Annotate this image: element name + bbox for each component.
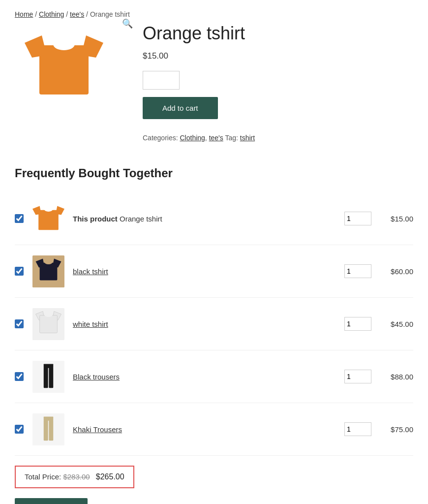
fbt-thumb-black-tshirt	[31, 254, 65, 288]
fbt-black-trousers-link[interactable]: Black trousers	[73, 373, 120, 381]
product-section: 🔍 Orange tshirt $15.00 ▲ ▼ Add to cart C…	[15, 18, 413, 142]
fbt-section: Frequently Bought Together This product …	[15, 166, 413, 504]
total-price-label: Total Price:	[25, 472, 61, 481]
zoom-icon[interactable]: 🔍	[122, 18, 133, 29]
svg-rect-2	[39, 45, 89, 94]
breadcrumb: Home / Clothing / tee's / Orange tshirt	[15, 10, 413, 18]
breadcrumb-sep-1: /	[35, 10, 39, 18]
fbt-price-orange-tshirt: $15.00	[379, 215, 413, 223]
fbt-price-black-tshirt: $60.00	[379, 267, 413, 276]
product-title: Orange tshirt	[143, 23, 413, 44]
total-price-box: Total Price: $283.00 $265.00	[15, 466, 134, 488]
add-all-to-cart-button[interactable]: Add all to cart	[15, 498, 88, 504]
svg-point-12	[44, 260, 52, 264]
product-image-container: 🔍	[15, 18, 113, 117]
fbt-qty-white-tshirt[interactable]	[344, 317, 371, 331]
fbt-qty-khaki-trousers[interactable]	[344, 422, 371, 436]
fbt-qty-black-trousers[interactable]	[344, 370, 371, 383]
fbt-checkbox-black-tshirt[interactable]	[15, 267, 24, 276]
quantity-input[interactable]	[143, 71, 180, 89]
fbt-price-black-trousers: $88.00	[379, 373, 413, 381]
svg-rect-16	[39, 315, 57, 333]
add-to-cart-button[interactable]: Add to cart	[143, 97, 218, 119]
tag-tshirt-link[interactable]: tshirt	[240, 134, 255, 142]
categories-line: Categories: Clothing, tee's Tag: tshirt	[143, 134, 413, 142]
svg-rect-11	[39, 262, 57, 280]
svg-rect-21	[49, 367, 53, 388]
fbt-section-title: Frequently Bought Together	[15, 166, 413, 180]
fbt-black-tshirt-link[interactable]: black tshirt	[73, 267, 108, 276]
fbt-checkbox-orange-tshirt[interactable]	[15, 214, 24, 223]
fbt-name-white-tshirt: white tshirt	[73, 320, 337, 328]
fbt-item-khaki-trousers: Khaki Trousers $75.00	[15, 403, 413, 456]
fbt-item-black-tshirt: black tshirt $60.00	[15, 245, 413, 298]
svg-rect-24	[43, 420, 48, 441]
breadcrumb-clothing[interactable]: Clothing	[39, 10, 64, 18]
fbt-item-black-trousers: Black trousers $88.00	[15, 350, 413, 403]
svg-point-3	[53, 38, 75, 50]
fbt-thumb-white-tshirt	[31, 307, 65, 341]
svg-point-17	[44, 313, 52, 316]
fbt-checkbox-white-tshirt[interactable]	[15, 319, 24, 328]
fbt-item-white-tshirt: white tshirt $45.00	[15, 298, 413, 350]
fbt-qty-orange-tshirt[interactable]	[344, 212, 371, 225]
fbt-khaki-trousers-link[interactable]: Khaki Trousers	[73, 425, 122, 434]
svg-rect-25	[49, 420, 53, 441]
fbt-orange-tshirt-title: Orange tshirt	[120, 215, 162, 223]
quantity-wrapper: ▲ ▼	[143, 71, 413, 90]
fbt-thumb-black-trousers	[31, 359, 65, 394]
fbt-price-white-tshirt: $45.00	[379, 320, 413, 328]
fbt-thumb-khaki-trousers	[31, 412, 65, 446]
categories-label: Categories:	[143, 134, 178, 142]
fbt-this-product-label: This product	[73, 215, 118, 223]
fbt-white-tshirt-link[interactable]: white tshirt	[73, 320, 108, 328]
product-info: Orange tshirt $15.00 ▲ ▼ Add to cart Cat…	[143, 18, 413, 142]
product-price: $15.00	[143, 51, 413, 61]
fbt-name-khaki-trousers: Khaki Trousers	[73, 425, 337, 434]
fbt-name-black-trousers: Black trousers	[73, 373, 337, 381]
fbt-checkbox-khaki-trousers[interactable]	[15, 425, 24, 434]
category-tees-link[interactable]: tee's	[209, 134, 223, 142]
category-clothing-link[interactable]: Clothing	[180, 134, 205, 142]
product-image	[15, 18, 113, 117]
breadcrumb-sep-3: /	[86, 10, 90, 18]
fbt-price-khaki-trousers: $75.00	[379, 425, 413, 434]
total-new-price: $265.00	[96, 472, 124, 481]
breadcrumb-current: Orange tshirt	[90, 10, 130, 18]
breadcrumb-home[interactable]: Home	[15, 10, 33, 18]
fbt-thumb-orange-tshirt	[31, 201, 65, 236]
product-tshirt-svg	[25, 28, 103, 107]
svg-point-7	[44, 207, 53, 212]
fbt-item-orange-tshirt: This product Orange tshirt $15.00	[15, 192, 413, 245]
svg-rect-20	[43, 367, 48, 388]
quantity-container: ▲ ▼	[143, 71, 180, 90]
fbt-qty-black-tshirt[interactable]	[344, 264, 371, 278]
breadcrumb-sep-2: /	[66, 10, 70, 18]
svg-rect-6	[38, 210, 59, 230]
fbt-checkbox-black-trousers[interactable]	[15, 372, 24, 381]
total-old-price: $283.00	[63, 472, 90, 481]
breadcrumb-tees[interactable]: tee's	[70, 10, 84, 18]
fbt-name-orange-tshirt: This product Orange tshirt	[73, 215, 337, 223]
tag-separator: Tag:	[225, 134, 238, 142]
fbt-name-black-tshirt: black tshirt	[73, 267, 337, 276]
